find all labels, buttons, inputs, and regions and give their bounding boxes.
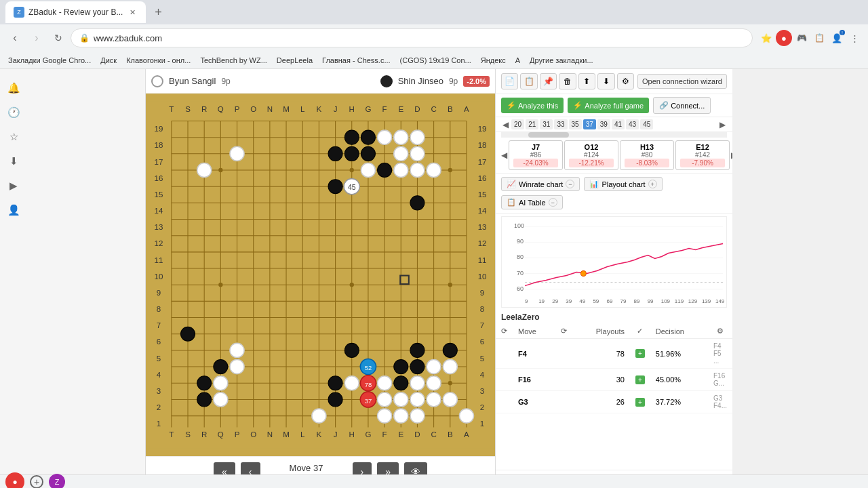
move-num-33[interactable]: 33 bbox=[554, 119, 567, 129]
browser-chrome: Z ZBaduk - Review your B... ✕ + ‹ › ↻ 🔒 … bbox=[0, 0, 868, 69]
col-header-check: ✓ bbox=[630, 324, 650, 339]
move-num-31[interactable]: 31 bbox=[540, 119, 553, 129]
row2-decision-btn[interactable]: + bbox=[635, 375, 645, 384]
suggestions-right-scroll[interactable]: ▶ bbox=[731, 150, 732, 160]
svg-text:3: 3 bbox=[157, 387, 161, 395]
sidebar-icon-person[interactable]: 👤 bbox=[3, 199, 24, 221]
minus-ai-btn[interactable]: − bbox=[549, 198, 557, 207]
back-button[interactable]: ‹ bbox=[5, 28, 24, 47]
move-num-35[interactable]: 35 bbox=[569, 119, 582, 129]
row3-move[interactable]: G3 bbox=[513, 391, 555, 413]
svg-point-154 bbox=[394, 360, 408, 374]
file-icon-btn[interactable]: 📄 bbox=[501, 73, 518, 89]
move-num-41[interactable]: 41 bbox=[612, 119, 625, 129]
active-tab[interactable]: Z ZBaduk - Review your B... ✕ bbox=[5, 1, 146, 23]
row3-btn[interactable]: + bbox=[630, 391, 650, 413]
copy-icon-btn[interactable]: 📋 bbox=[520, 73, 537, 89]
table-header-row: ⟳ Move ⟳ Playouts ✓ Decision ⚙ bbox=[496, 324, 732, 339]
white-player-rank: 9p bbox=[221, 77, 230, 86]
svg-text:S: S bbox=[185, 430, 191, 439]
move-num-37[interactable]: 37 bbox=[583, 119, 596, 129]
profile-avatar[interactable]: ● bbox=[5, 472, 24, 489]
minus-winrate-btn[interactable]: − bbox=[566, 180, 574, 188]
extension-btn-5[interactable]: 👤 ! bbox=[829, 30, 845, 46]
svg-text:15: 15 bbox=[154, 190, 163, 199]
scrollbar-thumb[interactable] bbox=[528, 132, 569, 138]
move-num-39[interactable]: 39 bbox=[597, 119, 610, 129]
svg-point-174 bbox=[394, 392, 408, 407]
move-num-45[interactable]: 45 bbox=[640, 119, 653, 129]
paste-icon-btn[interactable]: 📌 bbox=[540, 73, 557, 89]
svg-point-177 bbox=[378, 409, 392, 423]
settings-icon-btn[interactable]: ⚙ bbox=[617, 73, 634, 89]
link-icon: 🔗 bbox=[659, 101, 669, 110]
row2-move[interactable]: F16 bbox=[513, 369, 555, 391]
svg-text:9: 9 bbox=[157, 289, 161, 297]
bookmark-1[interactable]: Закладки Google Chro... bbox=[5, 55, 94, 66]
bookmark-5[interactable]: DeepLeela bbox=[274, 55, 315, 66]
extension-btn-2[interactable]: ● bbox=[776, 30, 792, 46]
row1-decision-btn[interactable]: + bbox=[635, 349, 645, 358]
playout-label: Playout chart bbox=[601, 180, 645, 188]
bookmark-6[interactable]: Главная - Chess.c... bbox=[319, 55, 393, 66]
bookmark-8[interactable]: Яндекс bbox=[478, 55, 509, 66]
playout-chart-tab[interactable]: 📊 Playout chart + bbox=[584, 177, 662, 191]
ai-table-tab[interactable]: 📋 AI Table − bbox=[501, 195, 563, 209]
sugg-e12-pos: E12 bbox=[680, 143, 725, 151]
svg-text:129: 129 bbox=[688, 298, 698, 304]
sidebar-icon-play[interactable]: ▶ bbox=[3, 175, 24, 197]
address-bar[interactable]: 🔒 www.zbaduk.com bbox=[71, 28, 753, 47]
scrollbar-track[interactable] bbox=[501, 132, 727, 138]
go-board-container[interactable]: T S R Q P O N M L K J H G F E D C B A bbox=[146, 94, 495, 456]
move-num-20[interactable]: 20 bbox=[511, 119, 524, 129]
reload-button[interactable]: ↻ bbox=[49, 28, 68, 47]
svg-text:G: G bbox=[365, 105, 371, 113]
upload-icon-btn[interactable]: ⬆ bbox=[578, 73, 595, 89]
forward-button[interactable]: › bbox=[27, 28, 46, 47]
suggestions-left-scroll[interactable]: ◀ bbox=[501, 150, 507, 160]
add-btn[interactable]: + bbox=[30, 475, 43, 489]
bookmark-3[interactable]: Клавогонки - онл... bbox=[123, 55, 193, 66]
zbaduk-logo[interactable]: Z bbox=[49, 474, 65, 489]
winrate-chart-tab[interactable]: 📈 Winrate chart − bbox=[501, 177, 580, 191]
analyze-full-button[interactable]: ⚡ Analyze full game bbox=[568, 98, 649, 113]
sidebar-icon-star[interactable]: ☆ bbox=[3, 126, 24, 148]
move-num-21[interactable]: 21 bbox=[526, 119, 538, 129]
connect-button[interactable]: 🔗 Connect... bbox=[653, 97, 711, 114]
extension-btn-4[interactable]: 📋 bbox=[811, 30, 827, 46]
extension-btn-3[interactable]: 🎮 bbox=[793, 30, 810, 46]
bookmark-7[interactable]: (CGOS) 19x19 Con... bbox=[397, 55, 474, 66]
sidebar-icon-download[interactable]: ⬇ bbox=[3, 150, 24, 172]
delete-icon-btn[interactable]: 🗑 bbox=[559, 73, 576, 89]
analyze-this-button[interactable]: ⚡ Analyze this bbox=[501, 98, 564, 113]
bookmark-disk[interactable]: Диск bbox=[98, 55, 119, 66]
suggestion-e12[interactable]: E12 #142 -7.90% bbox=[675, 140, 730, 170]
open-wizard-button[interactable]: Open connection wizard bbox=[637, 74, 727, 89]
svg-text:2: 2 bbox=[157, 403, 161, 411]
new-tab-button[interactable]: + bbox=[149, 3, 167, 22]
tab-close-icon[interactable]: ✕ bbox=[127, 7, 138, 18]
suggestion-h13[interactable]: H13 #80 -8.03% bbox=[620, 140, 674, 170]
scroll-left-btn[interactable]: ◀ bbox=[501, 120, 510, 129]
svg-text:69: 69 bbox=[606, 298, 612, 304]
winrate-label: Winrate chart bbox=[519, 180, 563, 188]
sidebar-icon-bell[interactable]: 🔔 bbox=[3, 77, 24, 99]
move-numbers-bar[interactable]: ◀ 20 21 31 33 35 37 39 41 43 45 ▶ bbox=[496, 117, 732, 132]
move-num-43[interactable]: 43 bbox=[626, 119, 639, 129]
extension-btn-1[interactable]: ⭐ bbox=[758, 30, 774, 46]
bookmark-more[interactable]: Другие закладки... bbox=[527, 55, 595, 66]
suggestion-o12[interactable]: O12 #124 -12.21% bbox=[564, 140, 618, 170]
row2-btn[interactable]: + bbox=[630, 369, 650, 391]
bookmark-4[interactable]: TechBench by WZ... bbox=[197, 55, 269, 66]
bookmark-9[interactable]: А bbox=[513, 55, 523, 66]
row3-decision-btn[interactable]: + bbox=[635, 398, 645, 407]
menu-button[interactable]: ⋮ bbox=[846, 30, 863, 46]
row1-move[interactable]: F4 bbox=[513, 339, 555, 369]
svg-text:60: 60 bbox=[517, 285, 524, 292]
plus-playout-btn[interactable]: + bbox=[648, 180, 657, 188]
sidebar-icon-clock[interactable]: 🕐 bbox=[3, 102, 24, 123]
scroll-right-btn[interactable]: ▶ bbox=[718, 120, 727, 129]
suggestion-j7[interactable]: J7 #86 -24.03% bbox=[509, 140, 563, 170]
download-icon-btn[interactable]: ⬇ bbox=[597, 73, 614, 89]
row1-btn[interactable]: + bbox=[630, 339, 650, 369]
